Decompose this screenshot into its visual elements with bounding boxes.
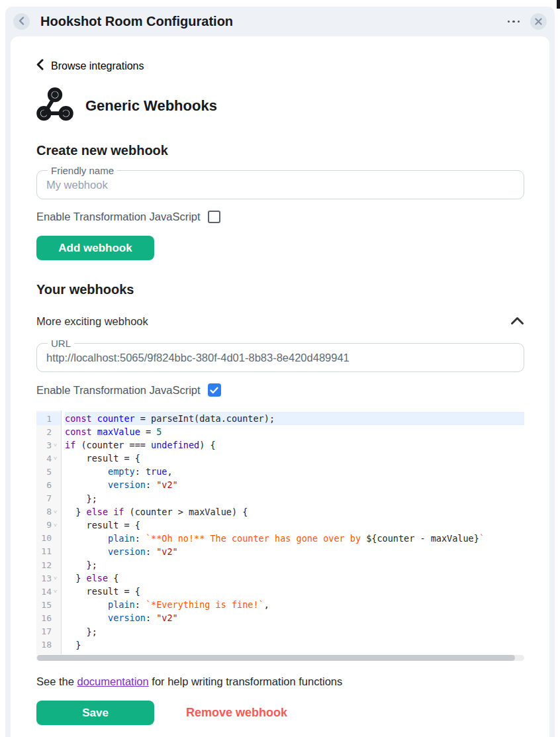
integration-name: Generic Webhooks <box>85 97 217 115</box>
gutter-line-number: 10 <box>36 532 61 545</box>
content-card: Browse integrations <box>11 36 549 737</box>
gutter-line-number[interactable]: 4˅ <box>36 452 61 465</box>
gutter-line-number[interactable]: 13˅ <box>36 571 61 585</box>
page-title: Hookshot Room Configuration <box>40 14 505 29</box>
gutter-line-number: 6 <box>36 478 61 491</box>
dots-icon <box>508 21 510 23</box>
code-line[interactable]: result = { <box>65 518 524 532</box>
code-line[interactable]: empty: true, <box>65 465 524 478</box>
add-webhook-button[interactable]: Add webhook <box>36 236 154 260</box>
fold-arrow-icon[interactable]: ˅ <box>52 522 59 528</box>
gutter-line-number: 11 <box>36 545 61 558</box>
browse-integrations-link[interactable]: Browse integrations <box>36 59 524 73</box>
save-button[interactable]: Save <box>36 701 154 725</box>
url-input[interactable] <box>45 350 516 366</box>
url-field: URL <box>36 338 524 372</box>
gutter-line-number[interactable]: 14˅ <box>36 585 61 598</box>
browse-integrations-label: Browse integrations <box>51 60 144 72</box>
close-button[interactable] <box>530 13 547 30</box>
remove-webhook-button[interactable]: Remove webhook <box>186 706 287 720</box>
code-line[interactable]: } <box>65 638 524 652</box>
editor-code[interactable]: const counter = parseInt(data.counter);c… <box>62 411 524 654</box>
gutter-line-number[interactable]: 8˅ <box>36 505 61 518</box>
back-button[interactable] <box>13 13 30 30</box>
code-line[interactable]: plain: `**Oh no!** The counter has gone … <box>65 532 524 545</box>
enable-transform-label: Enable Transformation JavaScript <box>36 211 201 223</box>
code-line[interactable]: } else { <box>65 571 524 585</box>
gutter-line-number[interactable]: 3˅ <box>36 438 61 452</box>
editor-hscrollbar-track[interactable] <box>36 655 524 661</box>
chevron-left-icon <box>36 59 44 73</box>
close-icon <box>535 16 542 28</box>
gutter-line-number: 18 <box>36 638 61 652</box>
code-editor[interactable]: 123˅4˅5678˅9˅10111213˅14˅15161718 const … <box>36 411 524 654</box>
code-line[interactable]: version: "v2" <box>65 545 524 558</box>
friendly-name-field: Friendly name <box>36 165 524 199</box>
enable-transform-label: Enable Transformation JavaScript <box>36 384 201 397</box>
webhook-name: More exciting webhook <box>36 315 148 328</box>
your-webhooks-title: Your webhooks <box>36 282 524 297</box>
footer-actions: Save Remove webhook <box>36 701 524 725</box>
code-line[interactable]: const maxValue = 5 <box>65 425 524 438</box>
code-line[interactable]: }; <box>65 558 524 571</box>
gutter-line-number[interactable]: 9˅ <box>36 518 61 532</box>
enable-transform-row-existing: Enable Transformation JavaScript <box>36 383 524 397</box>
code-line[interactable]: version: "v2" <box>65 478 524 491</box>
enable-transform-checkbox-existing[interactable] <box>208 383 221 397</box>
chevron-left-icon <box>19 16 24 28</box>
help-text: See the documentation for help writing t… <box>36 675 524 688</box>
gutter-line-number: 17 <box>36 625 61 638</box>
gutter-line-number: 5 <box>36 465 61 478</box>
code-line[interactable]: }; <box>65 625 524 638</box>
modal-panel: Hookshot Room Configuration Browse integ… <box>5 7 555 737</box>
page-scrollbar-thumb[interactable] <box>557 0 560 9</box>
code-line[interactable]: }; <box>65 492 524 505</box>
modal-header: Hookshot Room Configuration <box>5 7 555 36</box>
editor-hscrollbar-thumb[interactable] <box>37 655 515 661</box>
enable-transform-checkbox-new[interactable] <box>208 211 220 223</box>
fold-arrow-icon[interactable]: ˅ <box>52 455 59 462</box>
friendly-name-input[interactable] <box>45 177 516 193</box>
fold-arrow-icon[interactable]: ˅ <box>52 575 59 581</box>
code-line[interactable]: version: "v2" <box>65 611 524 624</box>
enable-transform-row-new: Enable Transformation JavaScript <box>36 211 524 223</box>
gutter-line-number: 16 <box>36 611 61 624</box>
code-line[interactable]: result = { <box>65 452 524 465</box>
url-label: URL <box>48 338 74 349</box>
gutter-line-number: 7 <box>36 492 61 505</box>
editor-gutter: 123˅4˅5678˅9˅10111213˅14˅15161718 <box>36 411 62 654</box>
friendly-name-label: Friendly name <box>48 165 117 176</box>
integration-header: Generic Webhooks <box>36 86 524 126</box>
fold-arrow-icon[interactable]: ˅ <box>52 442 59 448</box>
fold-arrow-icon[interactable]: ˅ <box>52 588 59 595</box>
documentation-link[interactable]: documentation <box>77 675 148 687</box>
code-line[interactable]: result = { <box>65 585 524 598</box>
webhook-icon <box>36 86 73 126</box>
code-line[interactable]: if (counter === undefined) { <box>65 438 524 452</box>
gutter-line-number: 12 <box>36 558 61 571</box>
gutter-line-number: 1 <box>36 412 61 425</box>
code-line[interactable]: const counter = parseInt(data.counter); <box>65 412 524 425</box>
code-line[interactable]: plain: `*Everything is fine!`, <box>65 598 524 611</box>
gutter-line-number: 2 <box>36 425 61 438</box>
webhook-list-item[interactable]: More exciting webhook <box>36 315 524 328</box>
code-line[interactable]: } else if (counter > maxValue) { <box>65 505 524 518</box>
gutter-line-number: 15 <box>36 598 61 611</box>
create-webhook-title: Create new webhook <box>36 143 524 158</box>
overflow-menu-button[interactable] <box>505 18 523 26</box>
fold-arrow-icon[interactable]: ˅ <box>52 509 59 515</box>
chevron-up-icon[interactable] <box>510 316 524 328</box>
